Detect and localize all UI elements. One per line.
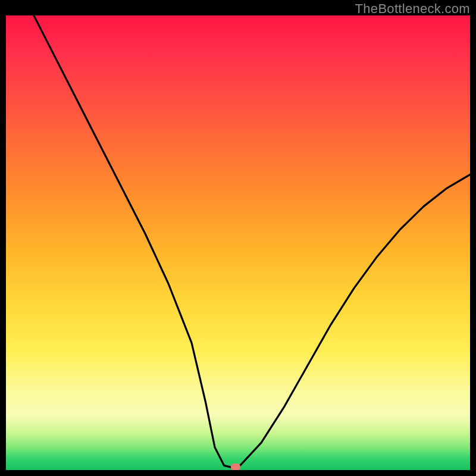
bottleneck-curve-path: [34, 15, 470, 468]
optimum-marker: [231, 464, 240, 470]
watermark-text: TheBottleneck.com: [355, 1, 470, 17]
curve-layer: [6, 15, 470, 470]
plot-area: [6, 15, 470, 470]
chart-container: TheBottleneck.com: [0, 0, 476, 476]
